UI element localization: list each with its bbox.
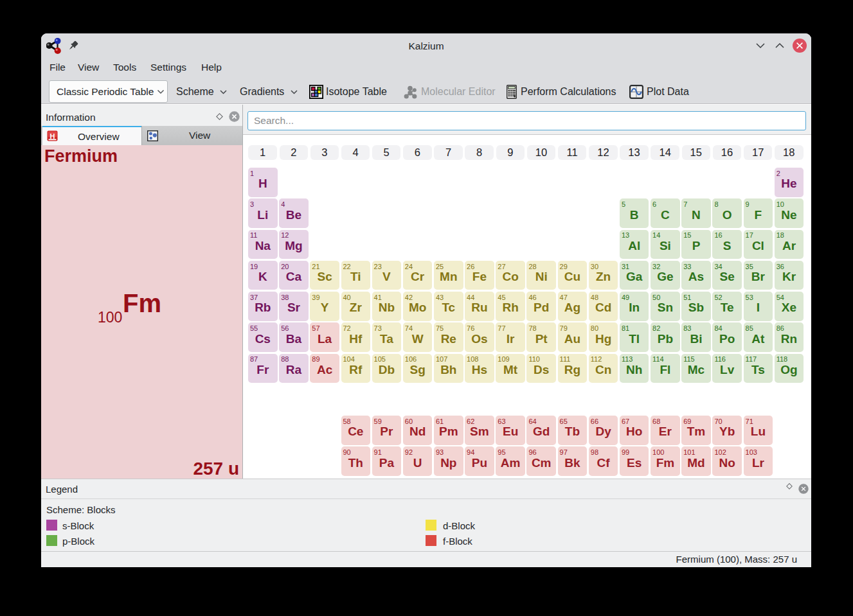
svg-text:H: H bbox=[50, 132, 55, 140]
